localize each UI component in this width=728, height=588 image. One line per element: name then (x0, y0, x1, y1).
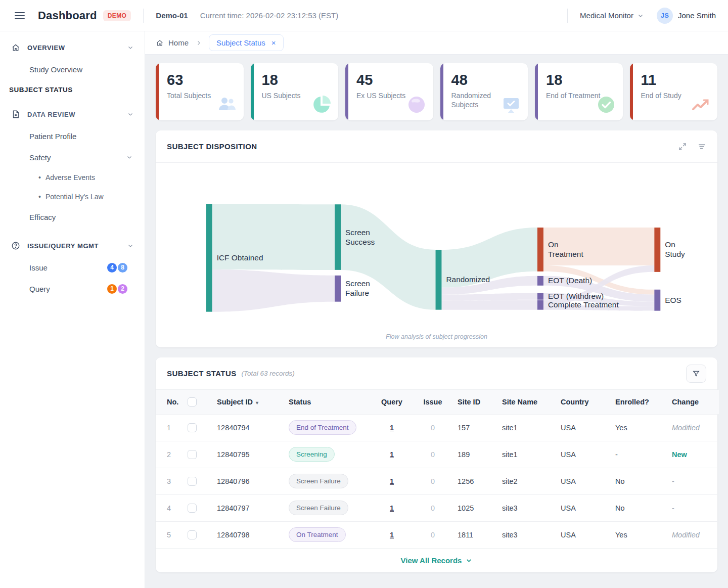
sankey-link-rand-complete[interactable] (441, 300, 537, 310)
sankey-node-onstudy[interactable] (654, 228, 660, 272)
sidebar-item-subject-status-active[interactable]: SUBJECT STATUS (0, 80, 145, 99)
card-accent (535, 63, 538, 120)
cell-issue: 0 (412, 494, 453, 521)
cell-country: USA (557, 494, 611, 521)
table-row: 1 12840794 End of Treatment 1 0 157 site… (156, 414, 719, 441)
sankey-link-icf-sf[interactable] (212, 269, 335, 312)
cell-site-id: 189 (453, 441, 498, 468)
card-value: 18 (546, 72, 616, 88)
cell-site-name: site3 (498, 494, 557, 521)
sankey-node-rand[interactable] (436, 250, 442, 310)
cell-issue: 0 (412, 414, 453, 441)
row-checkbox[interactable] (188, 477, 197, 486)
col-site-id: Site ID (453, 390, 498, 414)
sidebar-item-safety[interactable]: Safety (0, 147, 145, 168)
document-icon (11, 110, 20, 119)
sankey-node-icf[interactable] (206, 204, 212, 311)
sidebar-section-issue-query[interactable]: ISSUE/QUERY MGMT (0, 235, 145, 257)
header-divider (143, 9, 144, 23)
sidebar-item-query[interactable]: Query 1 2 (0, 278, 145, 299)
sidebar-item-potential-hys-law[interactable]: Potential Hy's Law (0, 187, 145, 206)
sidebar-section-label: ISSUE/QUERY MGMT (27, 242, 123, 250)
table-row: 3 12840796 Screen Failure 1 0 1256 site2… (156, 468, 719, 494)
sankey-link-ontx-onstudy[interactable] (543, 228, 654, 265)
sidebar-item-issue[interactable]: Issue 4 8 (0, 257, 145, 278)
breadcrumb-home[interactable]: Home (156, 38, 189, 47)
row-checkbox[interactable] (188, 423, 197, 432)
role-selector[interactable]: Medical Monitor (580, 11, 644, 20)
sidebar-item-study-overview[interactable]: Study Overview (0, 59, 145, 80)
hamburger-menu-icon[interactable] (15, 12, 25, 19)
sankey-node-sf[interactable] (335, 276, 341, 302)
row-checkbox[interactable] (188, 504, 197, 513)
subject-status-panel: SUBJECT STATUS (Total 63 records) No. (156, 357, 717, 572)
card-label: Ex US Subjects (356, 92, 412, 101)
stat-card-total-subjects: 63 Total Subjects (156, 63, 244, 120)
cell-no: 1 (156, 414, 184, 441)
chevron-down-icon (127, 44, 133, 51)
trend-icon (690, 94, 711, 115)
table-subtitle: (Total 63 records) (242, 370, 295, 377)
avatar[interactable]: JS (657, 8, 673, 24)
query-count-link[interactable]: 1 (390, 531, 394, 539)
view-all-records-button[interactable]: View All Records (156, 548, 717, 572)
subject-status-table: No. Subject ID▾ Status Query Issue Site … (156, 390, 719, 548)
home-icon (11, 43, 20, 52)
col-query: Query (372, 390, 412, 414)
cell-subject-id: 12840795 (213, 441, 285, 468)
sort-caret-icon: ▾ (256, 400, 258, 405)
sankey-node-eos[interactable] (654, 290, 660, 311)
chevron-down-icon (466, 557, 472, 564)
sidebar-item-patient-profile[interactable]: Patient Profile (0, 125, 145, 147)
sankey-node-ss[interactable] (335, 204, 341, 270)
sidebar-section-overview[interactable]: OVERVIEW (0, 36, 145, 59)
role-label: Medical Monitor (580, 11, 633, 20)
cell-country: USA (557, 521, 611, 548)
sidebar-section-data-review[interactable]: DATA REVIEW (0, 103, 145, 125)
col-change: Change (668, 390, 719, 414)
current-time: Current time: 2026-02-02 23:12:53 (EST) (200, 11, 338, 20)
cell-enrolled: - (611, 441, 668, 468)
query-count-link[interactable]: 1 (390, 424, 394, 432)
sankey-node-ontx[interactable] (537, 228, 543, 272)
col-select (184, 390, 213, 414)
sidebar-item-adverse-events[interactable]: Adverse Events (0, 168, 145, 187)
status-badge: Screen Failure (289, 501, 348, 515)
select-all-checkbox[interactable] (188, 397, 197, 406)
cell-enrolled: No (611, 468, 668, 494)
sidebar-item-label: Issue (29, 263, 48, 272)
col-subject-id[interactable]: Subject ID▾ (213, 390, 285, 414)
chart-menu-icon[interactable] (697, 142, 706, 151)
sankey-label-eos: EOS (665, 296, 681, 304)
cell-site-id: 1811 (453, 521, 498, 548)
col-no: No. (156, 390, 184, 414)
stat-card-randomized-subjects: 48 Randomized Subjects (440, 63, 528, 120)
tab-subject-status[interactable]: Subject Status × (209, 34, 284, 51)
sidebar-item-efficacy[interactable]: Efficacy (0, 206, 145, 228)
monitor-check-icon (500, 94, 522, 115)
sankey-node-death[interactable] (537, 276, 543, 286)
sidebar-item-label: Safety (29, 153, 122, 162)
filter-button[interactable] (686, 365, 706, 383)
query-count-link[interactable]: 1 (390, 477, 394, 485)
cell-enrolled: Yes (611, 414, 668, 441)
row-checkbox[interactable] (188, 450, 197, 459)
cell-site-id: 1025 (453, 494, 498, 521)
chevron-down-icon (127, 243, 133, 249)
panel-title: SUBJECT DISPOSITION (167, 142, 257, 151)
change-status: - (672, 504, 674, 512)
table-row: 4 12840797 Screen Failure 1 0 1025 site3… (156, 494, 719, 521)
cell-issue: 0 (412, 521, 453, 548)
query-count-link[interactable]: 1 (390, 504, 394, 512)
expand-icon[interactable] (678, 142, 687, 151)
change-status: - (672, 477, 674, 485)
card-label: US Subjects (262, 92, 317, 101)
sankey-node-withdrew[interactable] (537, 293, 543, 300)
query-count-link[interactable]: 1 (390, 450, 394, 459)
sankey-node-complete[interactable] (537, 300, 543, 310)
close-icon[interactable]: × (271, 39, 276, 47)
cell-no: 5 (156, 521, 184, 548)
card-label: Total Subjects (167, 92, 222, 101)
row-checkbox[interactable] (188, 530, 197, 539)
sankey-label-complete: Complete Treatment (548, 300, 619, 309)
